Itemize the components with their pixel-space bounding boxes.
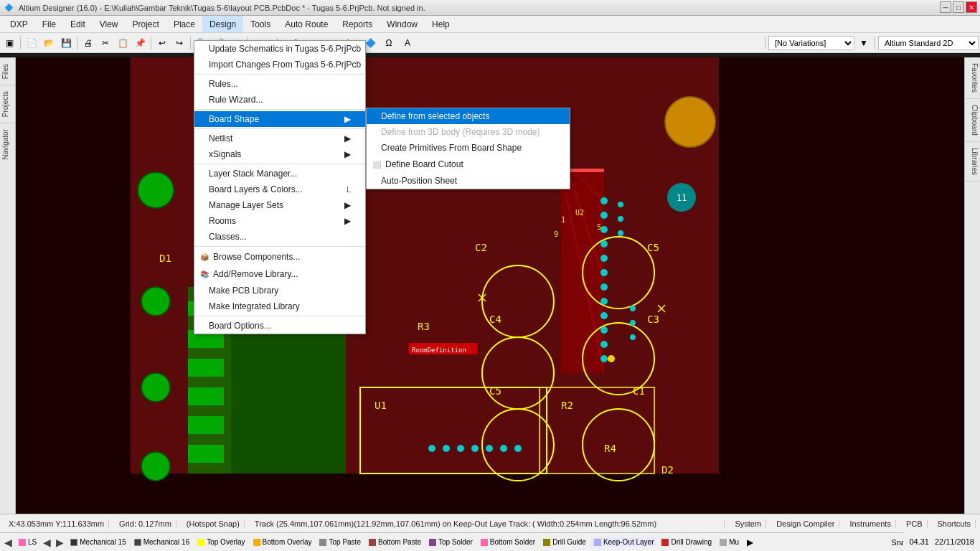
shortcuts-btn[interactable]: Shortcuts <box>933 519 976 528</box>
menu-autoroute[interactable]: Auto Route <box>278 16 335 32</box>
menu-import-changes[interactable]: Import Changes From Tugas 5-6.PrjPcb <box>194 57 365 72</box>
sidebar-libraries[interactable]: Libraries <box>965 142 980 182</box>
layer-keepout[interactable]: Keep-Out Layer <box>591 537 657 547</box>
layer-top-overlay[interactable]: Top Overlay <box>194 537 248 547</box>
layer-more[interactable]: ▶ <box>747 537 753 547</box>
menu-edit[interactable]: Edit <box>63 16 93 32</box>
layer-top-solder[interactable]: Top Solder <box>426 537 476 547</box>
submenu-auto-position[interactable]: Auto-Position Sheet <box>367 173 570 189</box>
statusbar: X:43.053mm Y:111.633mm Grid: 0.127mm (Ho… <box>0 514 980 532</box>
layer-mech15-dot <box>70 539 77 546</box>
tb-cut[interactable]: ✂ <box>98 35 113 51</box>
board-layers-shortcut: L <box>332 185 351 194</box>
menu-rule-wizard[interactable]: Rule Wizard... <box>194 92 365 108</box>
menu-classes[interactable]: Classes... <box>194 229 365 245</box>
tb-paste[interactable]: 📌 <box>132 35 148 51</box>
sidebar-clipboard[interactable]: Clipboard <box>965 99 980 142</box>
standard-2d-select[interactable]: Altium Standard 2D <box>878 36 979 50</box>
menu-layer-stack[interactable]: Layer Stack Manager... <box>194 166 365 182</box>
menu-reports[interactable]: Reports <box>335 16 380 32</box>
menu-browse-components[interactable]: 📦 Browse Components... <box>194 248 365 265</box>
layer-drill-drawing[interactable]: Drill Drawing <box>659 537 715 547</box>
menu-project[interactable]: Project <box>126 16 166 32</box>
menu-tools[interactable]: Tools <box>243 16 278 32</box>
tb-redo[interactable]: ↪ <box>171 35 187 51</box>
sidebar-files[interactable]: Files <box>0 57 15 85</box>
svg-rect-7 <box>188 416 224 434</box>
instruments-btn[interactable]: Instruments <box>845 519 895 528</box>
layer-ls[interactable]: LS <box>16 537 39 547</box>
coords: X:43.053mm Y:111.633mm <box>4 519 109 528</box>
sidebar-navigator[interactable]: Navigator <box>0 123 15 166</box>
layer-mech15[interactable]: Mechanical 15 <box>67 537 128 547</box>
cutout-icon: ⬜ <box>371 159 382 170</box>
tb-extra9[interactable]: A <box>400 35 415 51</box>
layer-mech16[interactable]: Mechanical 16 <box>131 537 192 547</box>
svg-point-70 <box>471 445 479 452</box>
menu-update-schematics[interactable]: Update Schematics in Tugas 5-6.PrjPcb <box>194 41 365 57</box>
menu-add-remove-library[interactable]: 📚 Add/Remove Library... <box>194 265 365 283</box>
tb-extra8[interactable]: Ω <box>381 35 397 51</box>
layer-drill-guide-label: Drill Guide <box>552 538 586 546</box>
menu-board-shape[interactable]: Board Shape ▶ <box>194 111 365 127</box>
sidebar-favorites[interactable]: Favorites <box>965 57 980 99</box>
maximize-button[interactable]: □ <box>953 1 964 13</box>
svg-point-16 <box>138 172 174 208</box>
tb-new[interactable]: 📄 <box>24 35 39 51</box>
submenu-define-3d[interactable]: Define from 3D body (Requires 3D mode) <box>367 124 570 140</box>
tb-undo[interactable]: ↩ <box>154 35 170 51</box>
submenu-create-primitives[interactable]: Create Primitives From Board Shape <box>367 140 570 156</box>
menu-board-layers[interactable]: Board Layers & Colors... L <box>194 182 365 197</box>
menu-netlist[interactable]: Netlist ▶ <box>194 131 365 146</box>
menu-dxp[interactable]: DXP <box>3 16 35 32</box>
menu-file[interactable]: File <box>35 16 63 32</box>
no-variations-select[interactable]: [No Variations] <box>768 36 854 50</box>
system-btn[interactable]: System <box>730 519 766 528</box>
layer-scroll-right[interactable]: ▶ <box>55 537 65 548</box>
sidebar-projects[interactable]: Projects <box>0 85 15 123</box>
tb-print[interactable]: 🖨 <box>80 35 96 51</box>
minimize-button[interactable]: ─ <box>940 1 951 13</box>
layer-scroll-left2[interactable]: ◀ <box>42 537 52 548</box>
menu-design[interactable]: Design <box>202 16 243 32</box>
layer-mu[interactable]: Mu <box>717 537 742 547</box>
tb-save[interactable]: 💾 <box>58 35 74 51</box>
tb-copy[interactable]: 📋 <box>115 35 131 51</box>
menu-make-integrated-library[interactable]: Make Integrated Library <box>194 298 365 314</box>
menu-make-pcb-library[interactable]: Make PCB Library <box>194 283 365 298</box>
menu-view[interactable]: View <box>93 16 126 32</box>
close-button[interactable]: ✕ <box>966 1 977 13</box>
menu-window[interactable]: Window <box>380 16 425 32</box>
menu-rooms[interactable]: Rooms ▶ <box>194 213 365 229</box>
tb-dxp[interactable]: ▣ <box>1 35 17 51</box>
layer-top-solder-label: Top Solder <box>438 538 473 546</box>
menu-help[interactable]: Help <box>425 16 457 32</box>
svg-point-69 <box>457 445 464 452</box>
snap: (Hotspot Snap) <box>182 519 245 528</box>
layer-bottom-paste-dot <box>369 539 376 546</box>
submenu-define-cutout[interactable]: ⬜ Define Board Cutout <box>367 156 570 173</box>
layer-bottom-solder[interactable]: Bottom Solder <box>478 537 538 547</box>
menu-place[interactable]: Place <box>166 16 202 32</box>
menu-rules[interactable]: Rules... <box>194 76 365 92</box>
tb-open[interactable]: 📂 <box>41 35 57 51</box>
svg-point-32 <box>600 269 608 276</box>
layer-drill-guide[interactable]: Drill Guide <box>540 537 589 547</box>
design-dropdown: Update Schematics in Tugas 5-6.PrjPcb Im… <box>194 40 366 334</box>
tb-variations[interactable]: ▼ <box>856 35 872 51</box>
svg-point-30 <box>600 240 608 248</box>
sep2 <box>194 109 365 110</box>
svg-point-66 <box>608 355 615 362</box>
design-compiler-btn[interactable]: Design Compiler <box>772 519 839 528</box>
svg-text:11: 11 <box>677 193 687 203</box>
menu-manage-layers[interactable]: Manage Layer Sets ▶ <box>194 197 365 213</box>
layer-scroll-left[interactable]: ◀ <box>3 537 14 548</box>
pcb-btn[interactable]: PCB <box>902 519 928 528</box>
layer-bottom-paste[interactable]: Bottom Paste <box>366 537 424 547</box>
menu-board-options[interactable]: Board Options... <box>194 318 365 334</box>
svg-text:5: 5 <box>597 223 601 231</box>
layer-bottom-overlay[interactable]: Bottom Overlay <box>250 537 315 547</box>
menu-xsignals[interactable]: xSignals ▶ <box>194 146 365 162</box>
layer-top-paste[interactable]: Top Paste <box>316 537 363 547</box>
submenu-define-selected[interactable]: Define from selected objects <box>367 108 570 124</box>
